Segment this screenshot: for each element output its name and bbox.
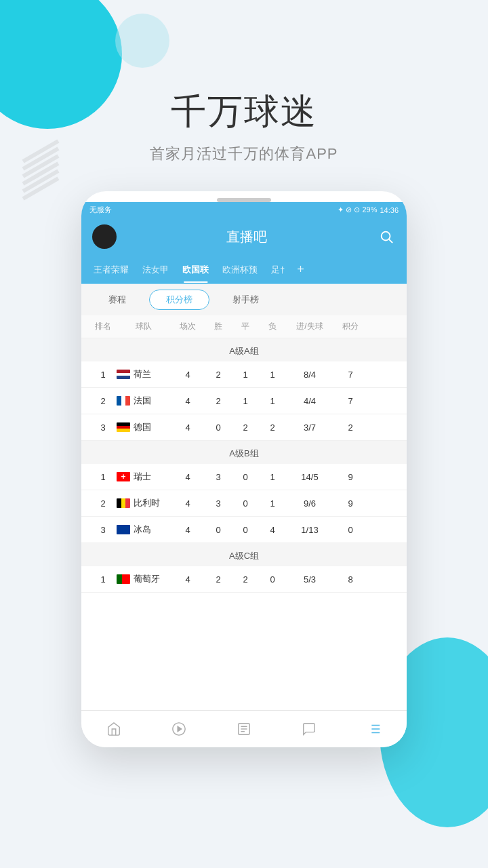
rank: 2	[89, 498, 117, 509]
gd: 8/4	[286, 370, 333, 380]
flag-belgium	[117, 498, 130, 508]
rank: 1	[89, 370, 117, 380]
played: 4	[171, 525, 205, 535]
svg-point-0	[382, 232, 390, 241]
sub-tabs: 赛程 积分榜 射手榜	[81, 284, 407, 315]
tab-add-button[interactable]: +	[291, 256, 310, 283]
main-title: 千万球迷	[0, 88, 488, 136]
gd: 4/4	[286, 396, 333, 406]
draw: 1	[232, 396, 259, 406]
table-row: 1 荷兰 4 2 1 1 8/4 7	[81, 361, 407, 388]
team-name: 荷兰	[117, 368, 171, 380]
tab-nations-league[interactable]: 欧国联	[176, 257, 216, 283]
team-name: 瑞士	[117, 471, 171, 483]
news-icon	[236, 721, 252, 737]
rank: 3	[89, 525, 117, 535]
win: 2	[205, 370, 232, 380]
gd: 9/6	[286, 498, 333, 509]
played: 4	[171, 472, 205, 482]
pts: 8	[333, 574, 367, 585]
sub-tab-schedule[interactable]: 赛程	[92, 290, 142, 309]
group-b-header: A级B组	[81, 441, 407, 464]
header-area: 千万球迷 首家月活过千万的体育APP	[0, 0, 488, 178]
gd: 3/7	[286, 422, 333, 433]
flag-portugal	[117, 574, 130, 584]
pts: 9	[333, 472, 367, 482]
bottom-nav-list[interactable]	[358, 717, 390, 741]
rank: 2	[89, 396, 117, 406]
phone-mockup: 无服务 ✦ ⊘ ⊙ 29% 14:36 直播吧 王者荣耀 法女甲 欧国联 欧洲杯…	[81, 191, 407, 747]
status-no-service: 无服务	[89, 205, 112, 215]
table-row: 3 冰岛 4 0 0 4 1/13 0	[81, 517, 407, 543]
bottom-nav-play[interactable]	[163, 717, 195, 741]
col-team: 球队	[117, 321, 171, 332]
bottom-nav-chat[interactable]	[293, 717, 325, 741]
team-name: 法国	[117, 395, 171, 407]
search-button[interactable]	[377, 227, 396, 246]
list-icon	[366, 721, 382, 737]
group-a-header: A级A组	[81, 338, 407, 361]
tab-wangzhe[interactable]: 王者荣耀	[87, 257, 136, 283]
draw: 0	[232, 472, 259, 482]
played: 4	[171, 574, 205, 585]
gd: 5/3	[286, 574, 333, 585]
loss: 1	[259, 472, 286, 482]
flag-netherlands	[117, 370, 130, 379]
win: 3	[205, 498, 232, 509]
status-time: 14:36	[380, 206, 399, 214]
team-name: 冰岛	[117, 524, 171, 536]
bottom-nav-news[interactable]	[228, 717, 260, 741]
tab-football[interactable]: 足†	[264, 257, 291, 283]
col-pts: 积分	[333, 321, 367, 332]
gd: 14/5	[286, 472, 333, 482]
table-row: 3 德国 4 0 2 2 3/7 2	[81, 414, 407, 441]
team-name: 德国	[117, 421, 171, 433]
status-right: ✦ ⊘ ⊙ 29% 14:36	[338, 205, 399, 214]
sub-tab-scorers[interactable]: 射手榜	[216, 290, 275, 309]
table-row: 2 法国 4 2 1 1 4/4 7	[81, 388, 407, 414]
loss: 1	[259, 396, 286, 406]
draw: 0	[232, 525, 259, 535]
group-c-header: A级C组	[81, 543, 407, 566]
tab-euro-qual[interactable]: 欧洲杯预	[216, 257, 264, 283]
col-loss: 负	[259, 321, 286, 332]
table-row: 1 瑞士 4 3 0 1 14/5 9	[81, 464, 407, 490]
flag-switzerland	[117, 472, 130, 481]
bottom-nav	[81, 710, 407, 747]
pts: 0	[333, 525, 367, 535]
col-rank: 排名	[89, 321, 117, 332]
flag-france	[117, 396, 130, 406]
draw: 2	[232, 422, 259, 433]
played: 4	[171, 422, 205, 433]
team-name: 葡萄牙	[117, 573, 171, 585]
win: 3	[205, 472, 232, 482]
play-icon	[171, 721, 187, 737]
draw: 0	[232, 498, 259, 509]
draw: 2	[232, 574, 259, 585]
table-column-headers: 排名 球队 场次 胜 平 负 进/失球 积分	[81, 315, 407, 338]
col-gd: 进/失球	[286, 321, 333, 332]
col-played: 场次	[171, 321, 205, 332]
flag-germany	[117, 422, 130, 432]
win: 2	[205, 396, 232, 406]
nav-tabs: 王者荣耀 法女甲 欧国联 欧洲杯预 足† +	[81, 256, 407, 284]
rank: 1	[89, 574, 117, 585]
status-icons: ✦ ⊘ ⊙ 29%	[338, 205, 377, 214]
rank: 1	[89, 472, 117, 482]
sub-tab-standings[interactable]: 积分榜	[149, 290, 209, 310]
content-scroll[interactable]: A级A组 1 荷兰 4 2 1 1 8/4 7 2 法国 4 2 1 1 4/4…	[81, 338, 407, 747]
draw: 1	[232, 370, 259, 380]
sub-title: 首家月活过千万的体育APP	[0, 144, 488, 164]
loss: 0	[259, 574, 286, 585]
win: 2	[205, 574, 232, 585]
app-title: 直播吧	[226, 228, 267, 246]
avatar[interactable]	[92, 224, 117, 249]
col-win: 胜	[205, 321, 232, 332]
bottom-nav-home[interactable]	[98, 717, 130, 741]
win: 0	[205, 525, 232, 535]
table-row: 1 葡萄牙 4 2 2 0 5/3 8	[81, 566, 407, 593]
svg-marker-3	[178, 726, 182, 731]
tab-ligue2[interactable]: 法女甲	[136, 257, 176, 283]
svg-line-1	[389, 239, 392, 243]
rank: 3	[89, 422, 117, 433]
